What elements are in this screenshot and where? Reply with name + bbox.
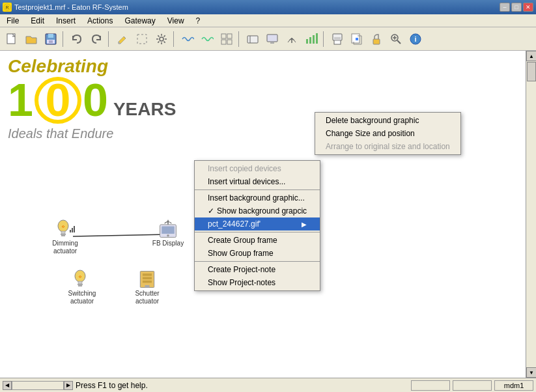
ctx-show-bg[interactable]: ✓Show background grapcic (195, 204, 320, 217)
sep1 (63, 31, 65, 47)
dimming-actuator-icon (55, 219, 76, 240)
svg-rect-47 (78, 281, 82, 284)
edit-button[interactable] (113, 30, 132, 48)
scroll-down-button[interactable]: ▼ (526, 367, 536, 378)
sep3 (173, 31, 176, 47)
menu-help[interactable]: ? (191, 15, 206, 27)
status-cell-1 (411, 380, 450, 391)
open-button[interactable] (22, 30, 40, 48)
ctx-pct-label: pct_244627.gif' (208, 219, 261, 229)
menu-actions[interactable]: Actions (82, 15, 118, 27)
ctx-show-notes[interactable]: Show Project-notes (195, 276, 320, 289)
shutter-actuator-icon (137, 269, 158, 290)
select-button[interactable] (133, 30, 151, 48)
svg-rect-40 (61, 234, 66, 235)
ctx-sep3 (195, 261, 320, 262)
sub-arrange-original[interactable]: Arrange to original size and location (315, 140, 460, 153)
banner-number-1: 1 (8, 77, 33, 123)
svg-rect-54 (145, 285, 149, 288)
banner: Celebrating 1 0 0 YEARS Ideals that Endu… (0, 51, 195, 147)
wave2-button[interactable] (198, 30, 216, 48)
svg-rect-52 (143, 277, 152, 279)
banner-number-2: 0 (83, 77, 108, 123)
sub-change-size[interactable]: Change Size and position (315, 127, 460, 140)
scroll-up-button[interactable]: ▲ (526, 51, 536, 61)
svg-rect-27 (373, 39, 380, 44)
svg-rect-14 (247, 36, 258, 43)
switching-actuator[interactable]: Switchingactuator (63, 269, 102, 305)
grid-button[interactable] (218, 30, 236, 48)
ctx-show-group[interactable]: Show Group frame (195, 247, 320, 260)
menu-view[interactable]: View (162, 15, 190, 27)
submenu: Delete background graphic Change Size an… (315, 112, 461, 155)
info-button[interactable]: i (406, 30, 425, 48)
monitor-button[interactable] (263, 30, 281, 48)
scroll-track[interactable] (526, 61, 536, 367)
save-button[interactable] (42, 30, 60, 48)
svg-rect-36 (72, 228, 73, 232)
scroll-right-button[interactable]: ▶ (64, 381, 73, 390)
app-icon: R (3, 3, 12, 12)
menu-edit[interactable]: Edit (25, 15, 49, 27)
ctx-insert-virtual[interactable]: Insert virtual devices... (195, 175, 320, 188)
svg-rect-17 (270, 42, 274, 44)
ctx-create-group[interactable]: Create Group frame (195, 234, 320, 247)
shutter-actuator-label: Schutteractuator (135, 290, 159, 305)
svg-rect-35 (70, 230, 71, 232)
antenna-button[interactable] (283, 30, 301, 48)
menu-bar: File Edit Insert Actions Gateway View ? (0, 14, 536, 27)
ctx-insert-bg[interactable]: Insert background graphic... (195, 191, 320, 204)
menu-insert[interactable]: Insert (51, 15, 81, 27)
shutter-actuator[interactable]: Schutteractuator (128, 269, 167, 305)
switching-actuator-icon (72, 269, 92, 290)
banner-years: YEARS (113, 100, 176, 124)
ctx-sep1 (195, 189, 320, 190)
svg-rect-49 (78, 285, 82, 287)
scroll-left-button[interactable]: ◀ (3, 381, 12, 390)
svg-rect-53 (143, 281, 152, 283)
dimming-actuator[interactable]: Dimmingactuator (46, 219, 85, 255)
fb-display[interactable]: FB Display (148, 219, 188, 247)
banner-zero: 0 (35, 77, 81, 124)
ctx-create-note[interactable]: Create Project-note (195, 263, 320, 276)
menu-gateway[interactable]: Gateway (119, 15, 160, 27)
menu-file[interactable]: File (1, 15, 24, 27)
context-menu: Insert copied devices Insert virtual dev… (194, 160, 320, 291)
print-button[interactable] (328, 30, 346, 48)
svg-rect-10 (221, 34, 226, 38)
canvas-area[interactable]: Celebrating 1 0 0 YEARS Ideals that Endu… (0, 51, 526, 378)
svg-rect-6 (49, 40, 53, 43)
title-bar-controls: – □ ✕ (500, 3, 533, 12)
settings-button[interactable] (152, 30, 171, 48)
sub-delete-bg[interactable]: Delete background graphic (315, 114, 460, 127)
scroll-thumb[interactable] (527, 62, 536, 81)
signal-button[interactable] (302, 30, 320, 48)
horizontal-scrollbar: ◀ ▶ (3, 381, 73, 390)
ctx-pct-file[interactable]: pct_244627.gif' ▶ (195, 217, 320, 231)
close-button[interactable]: ✕ (523, 3, 533, 12)
status-right: mdm1 (411, 380, 533, 391)
new-button[interactable] (3, 30, 21, 48)
undo-button[interactable] (68, 30, 86, 48)
ctx-pct-arrow: ▶ (302, 221, 307, 228)
svg-rect-41 (61, 235, 65, 236)
zoom-button[interactable] (387, 30, 405, 48)
maximize-button[interactable]: □ (511, 3, 522, 12)
ctx-insert-copied[interactable]: Insert copied devices (195, 162, 320, 175)
svg-text:R: R (5, 5, 8, 10)
svg-rect-16 (267, 35, 277, 42)
redo-button[interactable] (87, 30, 106, 48)
device1-button[interactable] (244, 30, 262, 48)
svg-text:i: i (414, 35, 416, 43)
lock-button[interactable] (367, 30, 386, 48)
export-button[interactable] (348, 30, 366, 48)
status-left: ◀ ▶ Press F1 to get help. (3, 381, 148, 390)
title-bar-left: R Testprojekt1.mrf - Eaton RF-System (3, 3, 128, 12)
wave1-button[interactable] (178, 30, 197, 48)
scroll-h-track[interactable] (12, 381, 64, 390)
help-text: Press F1 to get help. (76, 381, 148, 390)
minimize-button[interactable]: – (500, 3, 510, 12)
main-area: Celebrating 1 0 0 YEARS Ideals that Endu… (0, 51, 536, 378)
fb-display-icon (158, 219, 178, 240)
svg-rect-39 (61, 231, 65, 234)
